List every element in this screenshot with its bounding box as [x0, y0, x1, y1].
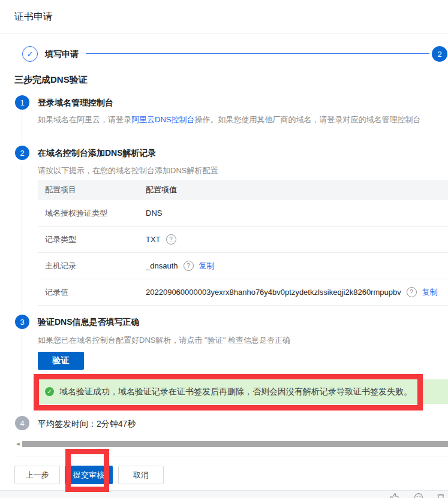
step-1-desc-text: 操作。如果您使用其他厂商的域名，请登录对应的域名管理控制台: [194, 115, 420, 124]
step-complete-check-icon: ✓: [22, 46, 38, 62]
previous-step-button[interactable]: 上一步: [14, 466, 60, 484]
step-4-badge: 4: [15, 416, 29, 430]
row-label: 域名授权验证类型: [38, 208, 146, 219]
step-3-description: 如果您已在域名控制台配置好DNS解析，请点击 "验证" 检查信息是否正确: [38, 335, 290, 346]
table-row: 域名授权验证类型 DNS: [38, 200, 448, 227]
help-icon[interactable]: ?: [407, 287, 417, 297]
step-1-description: 如果域名在阿里云，请登录阿里云DNS控制台操作。如果您使用其他厂商的域名，请登录…: [38, 114, 420, 125]
row-value: 202209060000003yexrx8hanho76y4bv0ptzydet…: [146, 288, 401, 297]
stepper-step-2-badge: 2: [432, 46, 447, 62]
bottom-bar: [0, 490, 448, 498]
copy-record-value-button[interactable]: 复制: [422, 287, 438, 298]
row-label: 记录值: [38, 287, 146, 298]
row-label: 主机记录: [38, 261, 146, 271]
success-alert: ✓ 域名验证成功，域名验证记录在证书签发后再删除，否则会因没有解析记录导致证书签…: [38, 379, 448, 404]
step-2-title: 在域名控制台添加DNS解析记录: [38, 148, 157, 159]
dns-config-table: 配置项目 配置项值 域名授权验证类型 DNS 记录类型 TXT ? 主机记录 _…: [38, 180, 448, 306]
table-row: 记录类型 TXT ?: [38, 227, 448, 253]
success-check-icon: ✓: [45, 387, 54, 396]
step-connector: [22, 113, 22, 142]
help-icon[interactable]: ?: [184, 261, 194, 271]
cancel-button[interactable]: 取消: [118, 466, 164, 484]
table-header-row: 配置项目 配置项值: [38, 180, 448, 200]
step-3-title: 验证DNS信息是否填写正确: [38, 317, 140, 328]
scrollbar-thumb[interactable]: [22, 441, 448, 447]
step-1-desc-text: 如果域名在阿里云，请登录: [38, 115, 131, 124]
column-header-value: 配置项值: [146, 185, 448, 195]
row-value: _dnsauth: [146, 261, 178, 270]
verify-button[interactable]: 验证: [38, 352, 84, 370]
check-icon: ✓: [27, 50, 34, 59]
trash-icon[interactable]: [436, 493, 446, 498]
horizontal-scrollbar: ◀: [14, 440, 448, 448]
step-2-description: 请按以下提示，在您的域名控制台添加DNS解析配置: [38, 165, 218, 176]
average-issue-time-value: 2分钟47秒: [97, 419, 136, 428]
step-1-badge: 1: [15, 95, 29, 110]
footer-divider: [14, 457, 448, 457]
average-issue-time-label: 平均签发时间：: [38, 419, 97, 428]
page-header: 证书申请: [0, 0, 448, 34]
stepper-current-label: 填写申请: [45, 49, 79, 60]
row-label: 记录类型: [38, 234, 146, 245]
step-connector: [22, 333, 22, 412]
thumbs-up-icon[interactable]: [390, 493, 399, 498]
scroll-left-arrow-icon[interactable]: ◀: [14, 440, 22, 448]
row-value: DNS: [146, 209, 162, 218]
step-1-title: 登录域名管理控制台: [38, 98, 113, 108]
step-connector: [22, 164, 22, 311]
copy-host-record-button[interactable]: 复制: [199, 261, 215, 271]
column-header-item: 配置项目: [38, 185, 146, 195]
average-issue-time: 平均签发时间：2分钟47秒: [38, 419, 136, 430]
stepper-connector-line: [86, 53, 429, 54]
smiley-feedback-icon[interactable]: [414, 493, 423, 498]
row-value: TXT: [146, 235, 161, 244]
table-row: 记录值 202209060000003yexrx8hanho76y4bv0ptz…: [38, 279, 448, 306]
aliyun-dns-console-link[interactable]: 阿里云DNS控制台: [131, 115, 194, 124]
success-message: 域名验证成功，域名验证记录在证书签发后再删除，否则会因没有解析记录导致证书签发失…: [59, 387, 412, 397]
section-heading: 三步完成DNS验证: [14, 74, 88, 86]
page-title: 证书申请: [14, 0, 53, 34]
certificate-application-page: 证书申请 ✓ 填写申请 2 三步完成DNS验证 1 登录域名管理控制台 如果域名…: [0, 0, 448, 498]
help-icon[interactable]: ?: [166, 234, 176, 245]
table-row: 主机记录 _dnsauth ? 复制: [38, 253, 448, 279]
submit-review-button[interactable]: 提交审核: [65, 466, 113, 484]
step-2-badge: 2: [15, 146, 29, 160]
step-3-badge: 3: [15, 315, 29, 329]
